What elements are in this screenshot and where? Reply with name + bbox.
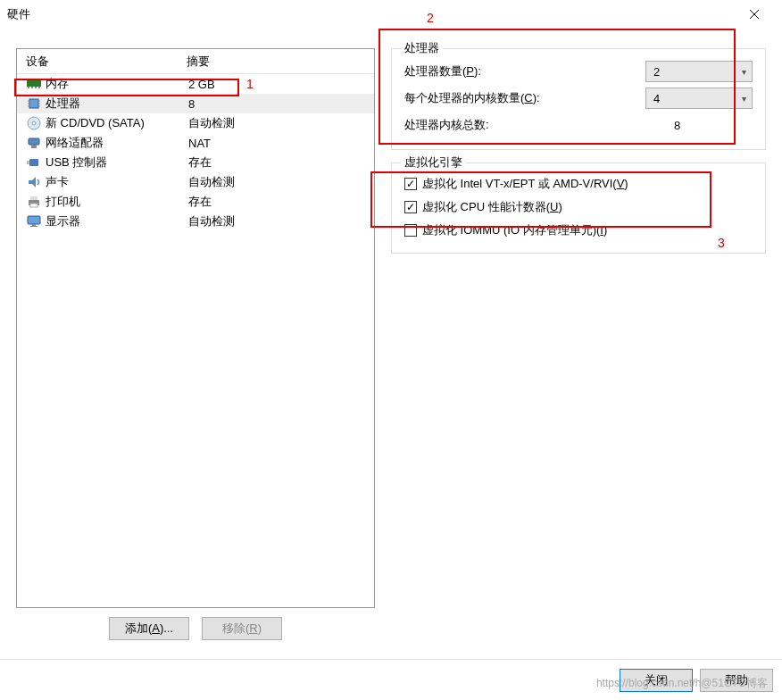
monitor-icon <box>26 213 42 229</box>
vt-label: 虚拟化 Intel VT-x/EPT 或 AMD-V/RVI(V) <box>422 176 628 192</box>
processor-group: 处理器 处理器数量(P): 2 ▾ 每个处理器的内核数量(C): 4 <box>391 48 766 150</box>
total-cores-label: 处理器内核总数: <box>404 117 667 133</box>
usb-icon <box>26 154 42 171</box>
window-title: 硬件 <box>7 6 734 22</box>
svg-rect-24 <box>32 224 36 226</box>
svg-rect-18 <box>29 159 38 166</box>
right-panel: 处理器 处理器数量(P): 2 ▾ 每个处理器的内核数量(C): 4 <box>391 48 766 649</box>
iommu-label: 虚拟化 IOMMU (IO 内存管理单元)(I) <box>422 222 607 238</box>
device-name: 声卡 <box>46 174 188 190</box>
memory-icon <box>26 76 42 92</box>
perf-checkbox[interactable]: ✓ <box>404 201 417 213</box>
device-name: 处理器 <box>46 96 188 112</box>
chevron-down-icon: ▾ <box>742 67 746 77</box>
device-name: 网络适配器 <box>46 135 188 151</box>
cpu-icon <box>26 96 42 112</box>
device-name: USB 控制器 <box>46 154 188 171</box>
svg-rect-16 <box>29 138 39 145</box>
iommu-checkbox[interactable]: ✓ <box>404 224 417 237</box>
header-summary: 摘要 <box>187 54 210 70</box>
svg-point-15 <box>32 121 36 125</box>
remove-button[interactable]: 移除(R) <box>202 617 282 640</box>
device-name: 内存 <box>46 76 188 92</box>
svg-rect-2 <box>27 79 41 87</box>
add-button-label: 添加(A)... <box>125 621 173 635</box>
virtualization-group-title: 虚拟化引擎 <box>401 154 466 171</box>
svg-rect-4 <box>31 87 33 88</box>
disc-icon <box>26 115 42 131</box>
device-summary: NAT <box>188 137 367 150</box>
sound-icon <box>26 174 42 190</box>
device-row[interactable]: 处理器8 <box>17 94 374 113</box>
device-summary: 自动检测 <box>188 115 367 131</box>
chevron-down-icon: ▾ <box>742 94 746 104</box>
hardware-window: 硬件 设备 摘要 内存2 GB处理器8新 CD/DVD (SATA)自动检测网络… <box>0 0 782 700</box>
window-close-button[interactable] <box>734 0 775 29</box>
titlebar: 硬件 <box>0 0 782 29</box>
device-row[interactable]: 显示器自动检测 <box>17 212 374 231</box>
add-button[interactable]: 添加(A)... <box>109 617 189 640</box>
device-row[interactable]: 网络适配器NAT <box>17 133 374 153</box>
processor-count-value: 2 <box>653 65 660 79</box>
svg-rect-21 <box>30 196 37 200</box>
cores-per-processor-combo[interactable]: 4 ▾ <box>645 88 753 109</box>
close-icon <box>749 9 760 20</box>
svg-rect-22 <box>30 204 37 207</box>
device-name: 新 CD/DVD (SATA) <box>46 115 188 131</box>
printer-icon <box>26 194 42 210</box>
svg-rect-17 <box>31 145 37 148</box>
svg-rect-23 <box>28 216 40 224</box>
device-row[interactable]: 打印机存在 <box>17 192 374 212</box>
device-summary: 自动检测 <box>188 174 367 190</box>
device-list-header: 设备 摘要 <box>17 49 374 74</box>
device-list: 设备 摘要 内存2 GB处理器8新 CD/DVD (SATA)自动检测网络适配器… <box>16 48 375 608</box>
header-device: 设备 <box>26 54 187 70</box>
svg-rect-3 <box>28 87 29 88</box>
device-summary: 自动检测 <box>188 213 367 229</box>
svg-rect-7 <box>29 99 38 108</box>
remove-button-label: 移除(R) <box>222 621 262 635</box>
network-icon <box>26 135 42 151</box>
svg-rect-19 <box>27 161 29 164</box>
processor-count-label: 处理器数量(P): <box>404 63 638 79</box>
device-row[interactable]: 新 CD/DVD (SATA)自动检测 <box>17 113 374 133</box>
device-rows: 内存2 GB处理器8新 CD/DVD (SATA)自动检测网络适配器NATUSB… <box>17 74 374 231</box>
device-summary: 存在 <box>188 154 367 171</box>
device-name: 打印机 <box>46 194 188 210</box>
watermark: https://blog.csdn.net/h@51CTO博客 <box>596 676 768 691</box>
device-row[interactable]: 声卡自动检测 <box>17 172 374 192</box>
device-row[interactable]: 内存2 GB <box>17 74 374 94</box>
processor-group-title: 处理器 <box>401 40 443 56</box>
virtualization-group: 虚拟化引擎 ✓ 虚拟化 Intel VT-x/EPT 或 AMD-V/RVI(V… <box>391 162 766 254</box>
perf-label: 虚拟化 CPU 性能计数器(U) <box>422 199 562 215</box>
cores-per-processor-value: 4 <box>653 92 660 105</box>
processor-count-combo[interactable]: 2 ▾ <box>645 61 753 82</box>
device-row[interactable]: USB 控制器存在 <box>17 153 374 172</box>
cores-per-processor-label: 每个处理器的内核数量(C): <box>404 90 638 106</box>
device-summary: 2 GB <box>188 78 367 91</box>
svg-rect-25 <box>30 226 37 227</box>
device-summary: 存在 <box>188 194 367 210</box>
svg-rect-6 <box>38 87 40 88</box>
device-panel: 设备 摘要 内存2 GB处理器8新 CD/DVD (SATA)自动检测网络适配器… <box>16 48 375 649</box>
total-cores-value: 8 <box>674 119 753 132</box>
device-name: 显示器 <box>46 213 188 229</box>
device-summary: 8 <box>188 97 367 111</box>
svg-rect-5 <box>35 87 37 88</box>
vt-checkbox[interactable]: ✓ <box>404 178 417 190</box>
